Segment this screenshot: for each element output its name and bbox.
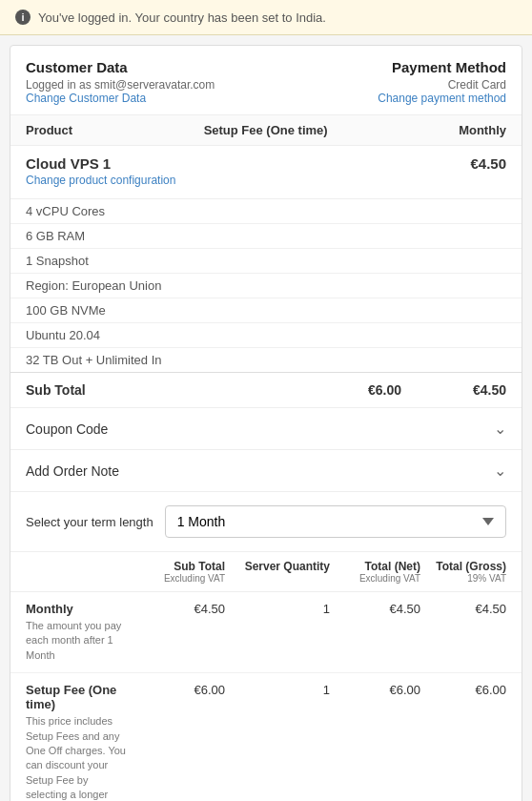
- payment-method: Credit Card: [448, 78, 506, 92]
- spec-ram: 6 GB RAM: [10, 224, 522, 249]
- logged-in-label: Logged in as smit@serveravatar.com: [26, 78, 215, 92]
- subtotal-row: Sub Total €6.00 €4.50: [10, 373, 522, 408]
- term-select[interactable]: 1 Month 3 Months 6 Months 12 Months: [165, 505, 506, 538]
- customer-section: Customer Data Logged in as smit@serverav…: [26, 59, 215, 105]
- change-customer-link[interactable]: Change Customer Data: [26, 92, 215, 105]
- info-icon: i: [15, 10, 31, 25]
- order-note-chevron-icon: ⌄: [494, 462, 506, 480]
- coupon-chevron-icon: ⌄: [494, 420, 506, 438]
- pricing-col-net: Total (Net) Excluding VAT: [330, 560, 420, 584]
- pricing-col-subtotal: Sub Total Excluding VAT: [130, 560, 225, 584]
- product-table-header: Product Setup Fee (One time) Monthly: [10, 114, 522, 146]
- term-section: Select your term length 1 Month 3 Months…: [10, 492, 522, 552]
- spec-vcpu: 4 vCPU Cores: [10, 199, 522, 224]
- spec-nvme: 100 GB NVMe: [10, 298, 522, 323]
- pricing-col-qty: Server Quantity: [225, 560, 330, 584]
- product-price: €4.50: [470, 155, 506, 172]
- pricing-setup-label: Setup Fee (One time) This price includes…: [26, 683, 130, 801]
- spec-os: Ubuntu 20.04: [10, 323, 522, 348]
- change-config-link[interactable]: Change product configuration: [26, 174, 506, 187]
- pricing-monthly-net: €4.50: [330, 602, 420, 616]
- spec-region: Region: European Union: [10, 274, 522, 298]
- banner-message: You've logged in. Your country has been …: [38, 10, 326, 25]
- col-product: Product: [26, 123, 72, 137]
- product-name: Cloud VPS 1: [26, 155, 111, 172]
- pricing-setup-subtotal: €6.00: [130, 683, 225, 697]
- pricing-setup-net: €6.00: [330, 683, 420, 697]
- col-monthly: Monthly: [459, 123, 506, 137]
- pricing-col-gross: Total (Gross) 19% VAT: [420, 560, 506, 584]
- subtotal-monthly: €4.50: [459, 382, 506, 398]
- order-note-label: Add Order Note: [26, 463, 119, 479]
- customer-title: Customer Data: [26, 59, 215, 75]
- pricing-monthly-qty: 1: [225, 602, 330, 616]
- pricing-table-header: Sub Total Excluding VAT Server Quantity …: [10, 552, 522, 592]
- spec-bandwidth: 32 TB Out + Unlimited In: [10, 348, 522, 373]
- payment-section: Payment Method Credit Card Change paymen…: [378, 59, 506, 105]
- pricing-monthly-label: Monthly The amount you pay each month af…: [26, 602, 130, 663]
- customer-payment-row: Customer Data Logged in as smit@serverav…: [10, 46, 522, 114]
- pricing-row-monthly: Monthly The amount you pay each month af…: [10, 592, 522, 673]
- coupon-accordion[interactable]: Coupon Code ⌄: [10, 408, 522, 450]
- col-setup: Setup Fee (One time): [204, 123, 328, 137]
- subtotal-values: €6.00 €4.50: [354, 382, 506, 398]
- pricing-setup-qty: 1: [225, 683, 330, 697]
- pricing-monthly-gross: €4.50: [420, 602, 506, 616]
- term-label: Select your term length: [26, 515, 153, 529]
- subtotal-label: Sub Total: [26, 382, 86, 398]
- product-section: Cloud VPS 1 €4.50 Change product configu…: [10, 146, 522, 199]
- subtotal-setup: €6.00: [354, 382, 401, 398]
- coupon-label: Coupon Code: [26, 421, 108, 437]
- change-payment-link[interactable]: Change payment method: [378, 92, 506, 105]
- spec-snapshot: 1 Snapshot: [10, 249, 522, 274]
- pricing-monthly-subtotal: €4.50: [130, 602, 225, 616]
- pricing-col-empty: [26, 560, 130, 584]
- pricing-setup-gross: €6.00: [420, 683, 506, 697]
- main-card: Customer Data Logged in as smit@serverav…: [10, 45, 522, 801]
- order-note-accordion[interactable]: Add Order Note ⌄: [10, 450, 522, 492]
- info-banner: i You've logged in. Your country has bee…: [0, 0, 532, 35]
- payment-title: Payment Method: [392, 59, 506, 75]
- pricing-row-setup: Setup Fee (One time) This price includes…: [10, 673, 522, 801]
- product-name-row: Cloud VPS 1 €4.50: [26, 155, 506, 172]
